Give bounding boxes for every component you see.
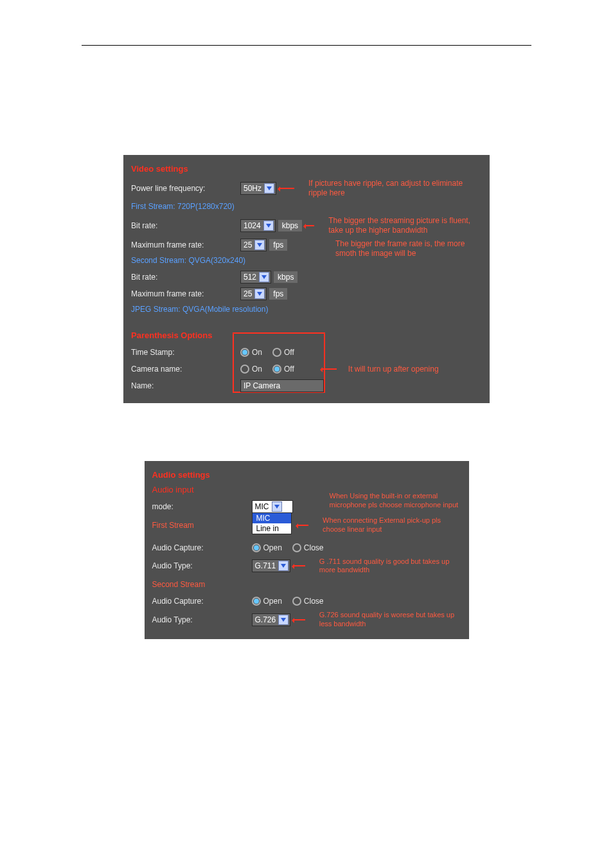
timestamp-off-radio[interactable]: Off [272,348,294,357]
audio-capture2-close-radio[interactable]: Close [292,597,324,606]
first-stream-title: First Stream: 720P(1280x720) [131,202,482,211]
bitrate1-select[interactable]: 1024 [240,219,276,232]
chevron-down-icon [278,615,289,625]
kbps-unit: kbps [278,220,302,231]
annotation-arrow-icon [297,525,309,526]
radio-label: Off [284,348,294,357]
select-value: G.711 [255,561,278,570]
audio-type1-annotation: G .711 sound quality is good but takes u… [319,557,461,575]
fps1-label: Maximum frame rate: [131,240,240,249]
audio-capture1-label: Audio Capture: [152,543,252,552]
fps1-select[interactable]: 25 [240,239,267,251]
annotation-arrow-icon [305,225,314,226]
select-value: 512 [244,273,258,282]
chevron-down-icon [264,183,274,194]
chevron-down-icon [272,502,282,512]
power-line-frequency-select[interactable]: 50Hz [240,182,276,195]
radio-label: On [252,348,262,357]
annotation-arrow-icon [279,188,294,189]
mode-option-linein[interactable]: Line in [253,523,291,534]
video-settings-title: Video settings [131,164,482,174]
timestamp-label: Time Stamp: [131,348,240,357]
select-value: 25 [244,240,253,249]
select-value: MIC [255,502,271,511]
fps2-label: Maximum frame rate: [131,289,240,298]
name-input[interactable] [240,379,324,392]
select-value: 25 [244,289,253,298]
chevron-down-icon [259,272,269,282]
camera-name-label: Camera name: [131,365,240,374]
fps2-select[interactable]: 25 [240,287,267,300]
radio-label: On [252,365,262,374]
radio-label: Open [263,543,282,552]
video-settings-panel: Video settings Power line frequency: 50H… [123,155,490,403]
radio-label: Close [304,543,324,552]
top-divider [82,45,531,46]
second-stream-label: Second Stream [152,580,252,589]
audio-type2-label: Audio Type: [152,615,252,624]
camera-name-off-radio[interactable]: Off [272,365,294,374]
audio-type2-select[interactable]: G.726 [252,613,291,626]
audio-type1-select[interactable]: G.711 [252,559,291,572]
camera-name-on-radio[interactable]: On [240,365,262,374]
bitrate2-label: Bit rate: [131,273,240,282]
audio-capture1-close-radio[interactable]: Close [292,543,324,552]
annotation-arrow-icon [293,619,305,620]
audio-settings-panel: Audio settings Audio input When Using th… [145,461,469,639]
bitrate1-label: Bit rate: [131,221,240,230]
radio-label: Open [263,597,282,606]
mode-dropdown-list[interactable]: MIC Line in [252,512,292,534]
power-line-annotation: If pictures have ripple, can adjust to e… [308,179,475,198]
audio-settings-title: Audio settings [152,470,461,480]
audio-type2-annotation: G.726 sound quality is worese but takes … [319,611,461,629]
kbps-unit: kbps [274,271,298,283]
audio-capture1-open-radio[interactable]: Open [252,543,282,552]
radio-label: Close [304,597,324,606]
chevron-down-icon [263,221,274,231]
select-value: G.726 [255,615,278,624]
annotation-arrow-icon [293,565,305,566]
fps1-annotation: The bigger the frame rate is, the more s… [335,239,482,258]
chevron-down-icon [254,289,265,299]
name-label: Name: [131,381,240,390]
timestamp-on-radio[interactable]: On [240,348,262,357]
fps-unit: fps [269,239,287,251]
fps-unit: fps [269,288,287,300]
audio-type1-label: Audio Type: [152,561,252,570]
bitrate2-select[interactable]: 512 [240,271,271,284]
radio-label: Off [284,365,294,374]
mode-annotation-2: When connecting External pick-up pls cho… [323,516,461,534]
select-value: 1024 [244,221,262,230]
select-value: 50Hz [244,184,263,193]
annotation-arrow-icon [321,368,337,370]
mode-label: mode: [152,502,252,511]
parenthesis-options-title: Parenthesis Options [131,330,482,340]
jpeg-stream-title: JPEG Stream: QVGA(Mobile resolution) [131,305,482,314]
power-line-frequency-label: Power line frequency: [131,184,240,193]
audio-capture2-label: Audio Capture: [152,597,252,606]
bitrate1-annotation: The bigger the streaming picture is flue… [328,216,482,235]
first-stream-label: First Stream [152,521,252,530]
audio-capture2-open-radio[interactable]: Open [252,597,282,606]
chevron-down-icon [254,240,265,250]
mode-select[interactable]: MIC [252,500,293,513]
parenthesis-annotation: It will turn up after opening [348,365,439,374]
mode-option-mic[interactable]: MIC [253,513,291,523]
chevron-down-icon [278,561,289,571]
